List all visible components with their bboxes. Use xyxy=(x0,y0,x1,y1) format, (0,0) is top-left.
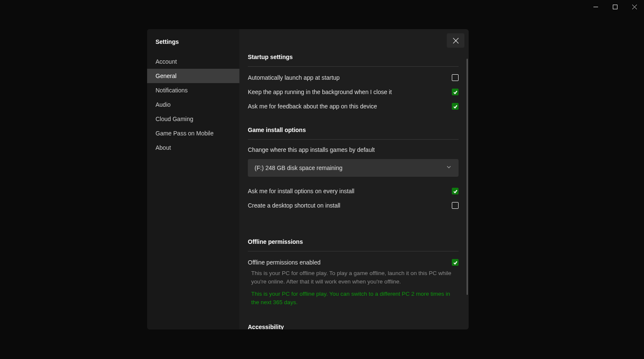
sidebar-item-cloud-gaming[interactable]: Cloud Gaming xyxy=(147,112,239,126)
offline-desc-1: This is your PC for offline play. To pla… xyxy=(248,269,459,286)
section-title-install: Game install options xyxy=(248,127,459,140)
setting-desktop-shortcut: Create a desktop shortcut on install xyxy=(248,202,459,209)
install-drive-dropdown[interactable]: (F:) 248 GB disk space remaining xyxy=(248,159,459,177)
setting-offline-enabled: Offline permissions enabled xyxy=(248,259,459,266)
sidebar-item-account[interactable]: Account xyxy=(147,54,239,69)
section-install: Game install options Change where this a… xyxy=(248,127,459,209)
window-controls xyxy=(586,0,644,13)
close-icon xyxy=(632,5,637,9)
section-title-startup: Startup settings xyxy=(248,54,459,67)
section-startup: Startup settings Automatically launch ap… xyxy=(248,54,459,110)
sidebar-item-notifications[interactable]: Notifications xyxy=(147,83,239,97)
checkbox-ask-options[interactable] xyxy=(452,188,459,194)
minimize-button[interactable] xyxy=(586,0,605,13)
setting-label: Ask me for feedback about the app on thi… xyxy=(248,103,377,110)
section-title-accessibility: Accessibility xyxy=(248,324,459,329)
dialog-close-button[interactable] xyxy=(447,33,464,48)
section-accessibility: Accessibility xyxy=(248,324,459,329)
checkmark-icon xyxy=(453,104,458,109)
checkmark-icon xyxy=(453,189,458,194)
section-offline: Offline permissions Offline permissions … xyxy=(248,238,459,307)
checkmark-icon xyxy=(453,90,458,94)
sidebar-item-about[interactable]: About xyxy=(147,140,239,155)
setting-label: Automatically launch app at startup xyxy=(248,74,340,81)
checkbox-auto-launch[interactable] xyxy=(452,74,459,81)
section-title-offline: Offline permissions xyxy=(248,238,459,251)
scrollbar-thumb[interactable] xyxy=(467,59,468,295)
settings-title: Settings xyxy=(147,38,239,54)
setting-feedback: Ask me for feedback about the app on thi… xyxy=(248,103,459,110)
sidebar-item-general[interactable]: General xyxy=(147,69,239,83)
settings-sidebar: Settings Account General Notifications A… xyxy=(147,29,239,329)
sidebar-item-audio[interactable]: Audio xyxy=(147,97,239,112)
close-icon xyxy=(453,38,459,43)
checkbox-desktop-shortcut[interactable] xyxy=(452,202,459,209)
sidebar-item-game-pass-mobile[interactable]: Game Pass on Mobile xyxy=(147,126,239,140)
install-location-label: Change where this app installs games by … xyxy=(248,146,459,153)
chevron-down-icon xyxy=(446,164,452,172)
minimize-icon xyxy=(593,5,598,9)
setting-label: Create a desktop shortcut on install xyxy=(248,202,340,209)
maximize-button[interactable] xyxy=(605,0,625,13)
window-close-button[interactable] xyxy=(625,0,644,13)
setting-label: Keep the app running in the background w… xyxy=(248,89,392,95)
maximize-icon xyxy=(613,5,617,9)
setting-label: Ask me for install options on every inst… xyxy=(248,188,354,194)
checkmark-icon xyxy=(453,260,458,265)
setting-ask-options: Ask me for install options on every inst… xyxy=(248,188,459,194)
svg-rect-1 xyxy=(613,5,617,9)
checkbox-offline-enabled[interactable] xyxy=(452,259,459,266)
offline-desc-2: This is your PC for offline play. You ca… xyxy=(248,290,459,307)
setting-auto-launch: Automatically launch app at startup xyxy=(248,74,459,81)
dropdown-value: (F:) 248 GB disk space remaining xyxy=(255,165,343,171)
checkbox-keep-running[interactable] xyxy=(452,89,459,95)
checkbox-feedback[interactable] xyxy=(452,103,459,110)
setting-label: Offline permissions enabled xyxy=(248,259,321,266)
settings-dialog: Settings Account General Notifications A… xyxy=(147,29,469,329)
setting-keep-running: Keep the app running in the background w… xyxy=(248,89,459,95)
settings-content: Startup settings Automatically launch ap… xyxy=(239,29,469,329)
